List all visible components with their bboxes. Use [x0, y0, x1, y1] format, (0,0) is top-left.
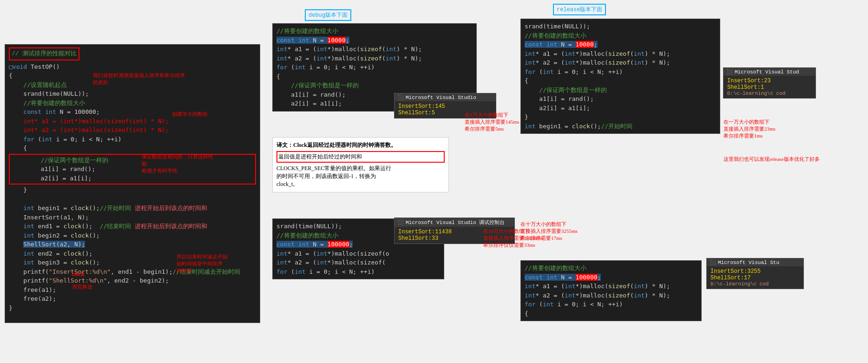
main-title-text: // 测试排序的性能对比: [12, 50, 77, 57]
vs-dialog-title-release-10k: ⬛ Microsoft Visual Stud: [723, 68, 815, 76]
clock-explanation-box: 译文：Clock返回经过处理器时间的时钟滴答数。 返回值是进程开始后经过的时间和…: [272, 137, 449, 192]
release-top-panel: srand(time(NULL)); //将要创建的数组大小 const int…: [520, 19, 720, 134]
shell-sort-release-10k: ShellSort:1: [727, 84, 812, 91]
annotation-time-diff: 所以结束时间减去开始始时间就是中间排序的时间: [177, 253, 246, 274]
annotation-release-100k-top: 在十万大小的数组下直接插入排序需要3255ms希尔排序需要17ms: [520, 221, 618, 242]
release-version-label: release版本下面: [553, 4, 606, 15]
insert-sort-release-100k: InsertSort:3255: [710, 268, 800, 275]
clock-formula: CLOCKS_PER_SEC常量的值的乘积。如果运行的时间不可用，则该函数返回-…: [276, 165, 445, 188]
vs-dialog-title-debug-10k: ⬛ Microsoft Visual Studio: [395, 93, 496, 101]
clock-translation: 译文：Clock返回经过处理器时间的时钟滴答数。: [276, 141, 445, 149]
annotation-release-10k-bottom: 这里我们也可以发现release版本优化了好多: [723, 156, 826, 163]
clock-return-value: 返回值是进程开始后经过的时间和: [276, 151, 445, 163]
main-code-content: □void TestOP() { //设置随机起点 srand(time(NUL…: [9, 62, 256, 313]
insert-sort-release-10k: InsertSort:23: [727, 78, 812, 84]
vs-dialog-release-10k: ⬛ Microsoft Visual Stud InsertSort:23 Sh…: [723, 67, 816, 99]
debug-label-container: debug版本下面: [272, 9, 319, 21]
main-code-panel: // 测试排序的性能对比 □void TestOP() { //设置随机起点 s…: [5, 44, 260, 323]
vs-dialog-title-release-100k: ⬛ Microsoft Visual Stu: [707, 258, 803, 266]
insert-sort-result-debug-10k: InsertSort:145: [398, 103, 492, 110]
annotation-free: 用完释放: [72, 284, 92, 290]
annotation-ensure-same: 保证数组是相同的，只有这样性能检测才有科学性: [142, 153, 216, 174]
debug-version-label: debug版本下面: [305, 9, 351, 21]
vs-dialog-release-100k: ⬛ Microsoft Visual Stu InsertSort:3255 S…: [706, 258, 804, 289]
path-release-100k: D:\c-learning\c cod: [710, 281, 800, 287]
main-title: // 测试排序的性能对比: [9, 47, 79, 60]
annotation-release-10k-top: 在一万大小的数组下直接插入排序需要23ms希尔排序需要1ms: [723, 119, 816, 139]
release-bottom-panel: //将要创建的数组大小 const int N = 100000; int* a…: [520, 260, 702, 321]
annotation-compare: 我们就暂时测测直接插入排序和希尔排序 的差距: [93, 72, 186, 86]
vs-dialog-title-debug-100k: ⬛ Microsoft Visual Studio 调试控制台: [395, 218, 514, 227]
path-release-10k: D:\c-learning\c cod: [727, 91, 812, 96]
release-label-container: release版本下面: [553, 4, 606, 15]
annotation-create-array: 创建等大的数组: [172, 111, 208, 118]
shell-sort-release-100k: ShellSort:17: [710, 275, 800, 281]
clock-label: clock: [72, 271, 85, 278]
